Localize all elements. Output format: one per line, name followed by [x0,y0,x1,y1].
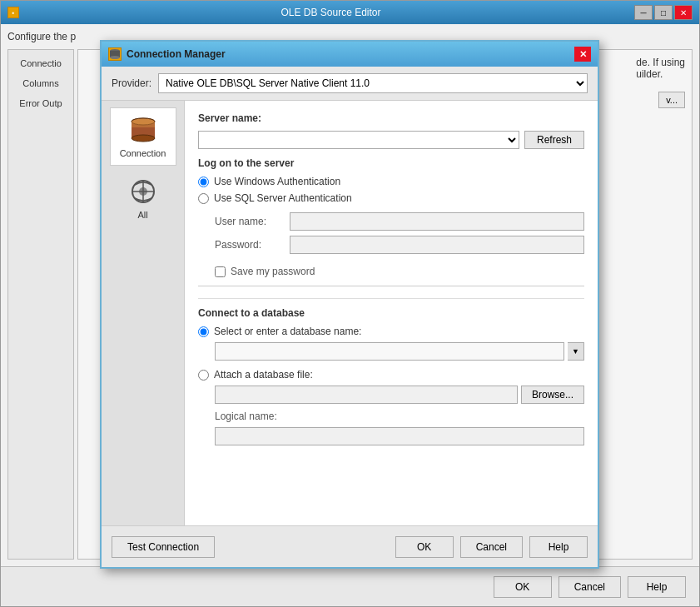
db-file-radio-label: Attach a database file: [214,369,313,381]
username-label: User name: [215,216,290,227]
connection-icon [128,115,158,145]
sql-auth-row: Use SQL Server Authentication [198,192,584,204]
modal-ok-button[interactable]: OK [395,536,454,558]
modal-close-button[interactable]: ✕ [574,47,591,62]
sidebar-item-error-output[interactable]: Error Outp [8,93,73,113]
server-name-label: Server name: [198,112,584,124]
db-name-input[interactable] [215,342,564,361]
ole-dots-button[interactable]: v... [658,92,685,108]
db-file-input[interactable] [215,386,518,404]
server-name-select[interactable] [198,131,519,149]
modal-provider-row: Provider: Native OLE DB\SQL Server Nativ… [102,67,598,101]
logical-name-label: Logical name: [215,410,584,422]
ole-titlebar: ▪ OLE DB Source Editor ─ □ ✕ [1,1,699,24]
db-dropdown-arrow[interactable]: ▼ [568,342,584,361]
ole-sidebar: Connectio Columns Error Outp [7,49,74,560]
save-password-row: Save my password [215,266,584,277]
all-icon [128,177,158,206]
log-on-section: Log on to the server Use Windows Authent… [198,157,584,277]
windows-auth-radio[interactable] [198,177,209,187]
modal-cancel-button[interactable]: Cancel [460,536,523,558]
provider-label: Provider: [112,77,151,89]
ole-right-text: de. If usinguilder. [636,57,685,80]
db-name-input-row: ▼ [215,342,584,361]
modal-nav-all[interactable]: All [110,169,176,227]
db-name-radio-row: Select or enter a database name: [198,326,584,337]
ole-title-icon: ▪ [7,7,19,18]
modal-main-content: Server name: Refresh Log on to the serve… [185,101,598,525]
sql-auth-radio[interactable] [198,193,209,204]
password-input[interactable] [290,236,584,254]
connect-db-title: Connect to a database [198,307,584,319]
ole-ok-button[interactable]: OK [494,576,552,598]
logical-name-input[interactable] [215,427,584,445]
save-password-label: Save my password [231,266,315,277]
windows-auth-label: Use Windows Authentication [214,176,340,187]
server-name-row: Refresh [198,131,584,149]
db-name-radio[interactable] [198,326,209,337]
ole-cancel-button[interactable]: Cancel [559,576,621,598]
modal-body: Connection All Server na [102,101,598,525]
modal-title-text: Connection Manager [127,48,226,60]
connect-db-section: Connect to a database Select or enter a … [198,298,584,445]
footer-left: Test Connection [112,536,389,558]
ole-bottom-bar: OK Cancel Help [1,566,699,606]
ole-close-button[interactable]: ✕ [674,5,693,20]
ole-browse-button[interactable]: v... [658,92,685,108]
db-file-radio[interactable] [198,370,209,381]
password-row: Password: [215,236,584,254]
ole-titlebar-controls: ─ □ ✕ [634,5,693,20]
username-row: User name: [215,212,584,231]
username-input[interactable] [290,212,584,231]
db-file-input-row: Browse... [215,386,584,404]
modal-titlebar: Connection Manager ✕ [102,42,598,67]
password-label: Password: [215,239,290,251]
svg-point-2 [110,56,120,59]
ole-title-text: OLE DB Source Editor [27,7,634,18]
db-name-radio-label: Select or enter a database name: [214,326,361,337]
section-divider [198,286,584,286]
test-connection-button[interactable]: Test Connection [112,536,215,558]
db-file-radio-row: Attach a database file: [198,369,584,381]
windows-auth-row: Use Windows Authentication [198,176,584,187]
ole-help-button[interactable]: Help [628,576,686,598]
modal-footer: Test Connection OK Cancel Help [102,525,598,567]
ole-minimize-button[interactable]: ─ [634,5,653,20]
svg-rect-7 [132,122,155,127]
sidebar-item-columns[interactable]: Columns [8,73,73,93]
sidebar-item-connection[interactable]: Connectio [8,53,73,73]
refresh-button[interactable]: Refresh [524,131,584,149]
log-on-title: Log on to the server [198,157,584,169]
sql-auth-fields: User name: Password: [215,209,584,262]
connection-manager-dialog: Connection Manager ✕ Provider: Native OL… [100,40,599,569]
provider-select[interactable]: Native OLE DB\SQL Server Native Client 1… [158,73,588,93]
modal-nav: Connection All [102,101,185,525]
ole-restore-button[interactable]: □ [654,5,673,20]
browse-button[interactable]: Browse... [521,386,584,404]
modal-title-icon [108,47,122,61]
nav-connection-label: Connection [120,148,166,158]
logical-name-input-row [215,427,584,445]
nav-all-label: All [137,210,147,220]
modal-nav-connection[interactable]: Connection [110,107,176,166]
svg-point-5 [132,135,155,142]
sql-auth-label: Use SQL Server Authentication [214,192,352,204]
save-password-checkbox[interactable] [215,266,226,277]
modal-help-button[interactable]: Help [529,536,588,558]
